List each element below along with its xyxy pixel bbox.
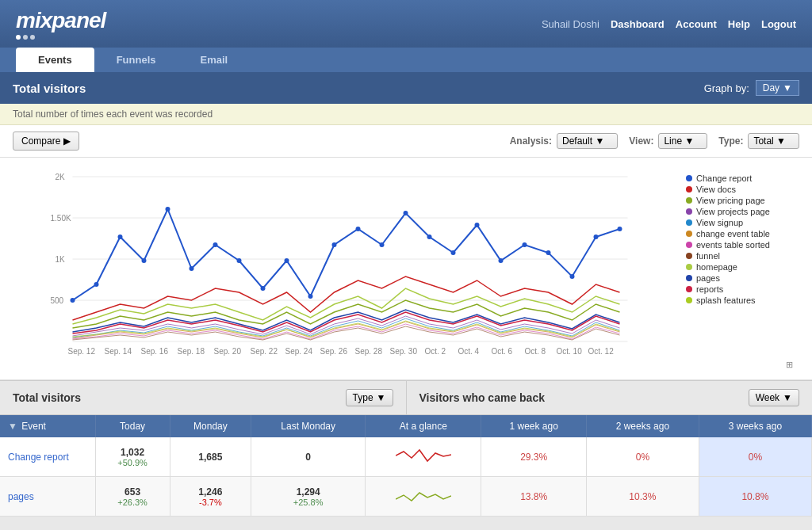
- svg-point-14: [190, 266, 194, 271]
- svg-point-32: [618, 227, 622, 231]
- legend-label-change-report: Change report: [696, 173, 752, 183]
- view-button[interactable]: Line ▼: [658, 133, 707, 149]
- svg-text:Sep. 26: Sep. 26: [320, 347, 348, 356]
- analysis-button[interactable]: Default ▼: [557, 133, 618, 149]
- event-link-pages[interactable]: pages: [8, 491, 34, 502]
- chart-header: Total visitors Graph by: Day ▼: [0, 72, 812, 104]
- graph-by-label: Graph by:: [704, 82, 749, 94]
- col-header-monday: Monday: [170, 415, 251, 437]
- w3-value-2: 10.8%: [741, 491, 768, 502]
- w1-value-2: 13.8%: [520, 491, 547, 502]
- svg-point-11: [118, 234, 123, 239]
- legend-color-funnel: [686, 253, 692, 259]
- chart-svg-area: 2K 1.50K 1K 500: [8, 166, 676, 358]
- tab-bar: Events Funnels Email: [0, 48, 812, 72]
- svg-text:Oct. 8: Oct. 8: [525, 347, 546, 356]
- legend-color-homepage: [686, 264, 692, 270]
- chart-container: 2K 1.50K 1K 500: [8, 166, 799, 358]
- account-link[interactable]: Account: [676, 18, 717, 30]
- legend-color-pages: [686, 275, 692, 281]
- today-value-2: 653: [104, 486, 162, 498]
- tab-events[interactable]: Events: [16, 48, 94, 72]
- today-pct-1: +50.9%: [104, 458, 162, 467]
- week-selector-button[interactable]: Week ▼: [749, 389, 799, 406]
- chevron-down-icon-type: ▼: [377, 392, 386, 403]
- legend-label-events-table-sorted: events table sorted: [696, 240, 770, 250]
- svg-text:1K: 1K: [56, 255, 66, 264]
- legend-label-pages: pages: [696, 273, 720, 283]
- legend-item-homepage: homepage: [686, 262, 799, 272]
- controls-bar: Compare ▶ Analysis: Default ▼ View: Line…: [0, 125, 812, 158]
- col-header-today: Today: [95, 415, 170, 437]
- svg-point-25: [451, 250, 456, 255]
- at-glance-cell-1: [366, 437, 481, 477]
- today-pct-2: +26.3%: [104, 498, 162, 507]
- type-selector-button[interactable]: Type ▼: [346, 389, 393, 406]
- table-row: Change report 1,032 +50.9% 1,685 0: [0, 437, 812, 477]
- event-name-cell-1: Change report: [0, 437, 95, 477]
- logout-link[interactable]: Logout: [761, 18, 796, 30]
- monday-pct-2: -3.7%: [178, 498, 243, 507]
- compare-button[interactable]: Compare ▶: [13, 132, 79, 151]
- analysis-control: Analysis: Default ▼: [510, 133, 619, 149]
- legend-item-view-signup: View signup: [686, 218, 799, 227]
- legend-color-view-projects: [686, 208, 692, 215]
- svg-text:Sep. 28: Sep. 28: [355, 347, 383, 356]
- legend-label-reports: reports: [696, 284, 723, 294]
- legend-item-pages: pages: [686, 273, 799, 283]
- sparkline-1: [396, 444, 451, 467]
- svg-point-30: [570, 274, 575, 279]
- svg-text:Sep. 12: Sep. 12: [68, 347, 96, 356]
- svg-text:500: 500: [51, 296, 64, 305]
- svg-text:Sep. 16: Sep. 16: [141, 347, 169, 356]
- legend-color-change-event-table: [686, 231, 692, 237]
- event-link-change-report[interactable]: Change report: [8, 452, 69, 463]
- info-text: Total number of times each event was rec…: [13, 109, 213, 120]
- legend-color-view-signup: [686, 219, 692, 226]
- svg-text:Sep. 30: Sep. 30: [390, 347, 418, 356]
- type-control: Type: Total ▼: [718, 133, 799, 149]
- last-monday-value-1: 0: [259, 452, 357, 463]
- header-nav: Suhail Doshi Dashboard Account Help Logo…: [542, 18, 796, 30]
- monday-value-1: 1,685: [178, 452, 243, 463]
- legend-color-reports: [686, 286, 692, 292]
- logo-dot-2: [23, 35, 28, 40]
- type-button[interactable]: Total ▼: [748, 133, 799, 149]
- legend-item-change-report: Change report: [686, 173, 799, 183]
- graph-by-button[interactable]: Day ▼: [756, 80, 799, 96]
- help-link[interactable]: Help: [728, 18, 750, 30]
- tab-funnels[interactable]: Funnels: [94, 48, 178, 72]
- view-label: View:: [629, 135, 653, 147]
- dashboard-link[interactable]: Dashboard: [611, 18, 665, 30]
- today-cell-1: 1,032 +50.9%: [95, 437, 170, 477]
- svg-point-19: [308, 294, 313, 299]
- svg-point-9: [71, 298, 75, 303]
- bottom-section: Total visitors Type ▼ Visitors who came …: [0, 380, 812, 517]
- event-name-cell-2: pages: [0, 477, 95, 517]
- svg-point-27: [499, 258, 504, 263]
- info-bar: Total number of times each event was rec…: [0, 104, 812, 125]
- tab-email[interactable]: Email: [178, 48, 250, 72]
- legend-label-view-signup: View signup: [696, 218, 743, 227]
- svg-text:Sep. 24: Sep. 24: [285, 347, 313, 356]
- username: Suhail Doshi: [542, 18, 599, 30]
- w2-cell-1: 0%: [586, 437, 699, 477]
- svg-point-18: [285, 258, 289, 263]
- svg-text:Oct. 2: Oct. 2: [425, 347, 446, 356]
- logo-dot-3: [30, 35, 35, 40]
- svg-point-12: [142, 258, 147, 263]
- legend-item-events-table-sorted: events table sorted: [686, 240, 799, 250]
- export-icon[interactable]: ⊞: [786, 360, 793, 369]
- legend-color-view-pricing: [686, 197, 692, 204]
- w2-value-1: 0%: [636, 452, 649, 463]
- legend-item-view-docs: View docs: [686, 185, 799, 194]
- header: mixpanel Suhail Doshi Dashboard Account …: [0, 0, 812, 48]
- sort-arrow: ▼: [8, 421, 20, 432]
- w3-cell-1: 0%: [699, 437, 811, 477]
- legend-color-change-report: [686, 175, 692, 181]
- svg-point-29: [546, 250, 551, 255]
- svg-text:Sep. 18: Sep. 18: [178, 347, 205, 356]
- svg-text:2K: 2K: [56, 173, 66, 181]
- legend-label-view-pricing: View pricing page: [696, 196, 765, 205]
- svg-text:1.50K: 1.50K: [51, 214, 71, 223]
